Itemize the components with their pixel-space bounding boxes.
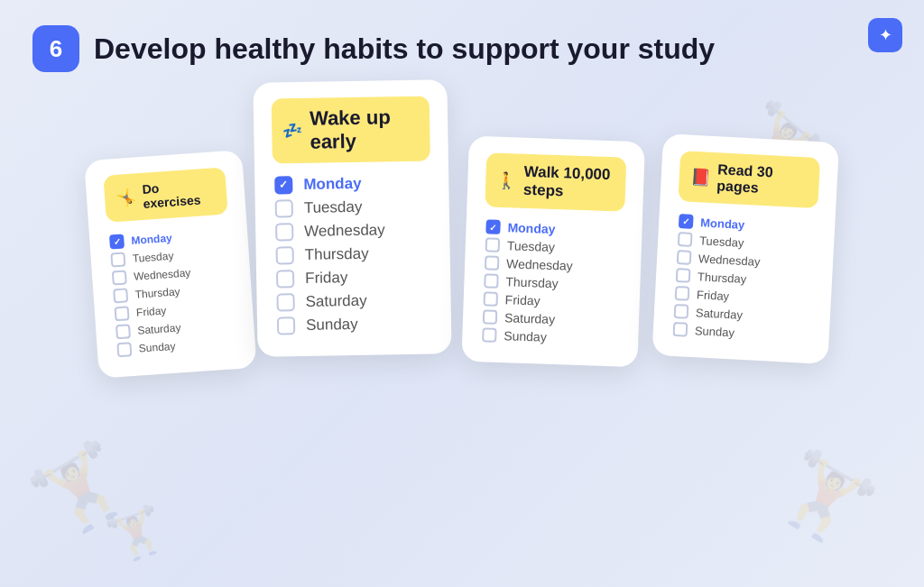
checkbox-monday[interactable] — [109, 234, 125, 249]
checkbox-tuesday[interactable] — [485, 237, 501, 252]
page-header: 6 Develop healthy habits to support your… — [0, 0, 924, 72]
day-label-friday: Friday — [697, 288, 730, 303]
list-item[interactable]: Monday — [274, 173, 430, 194]
list-item[interactable]: Tuesday — [275, 197, 431, 217]
day-label-thursday: Thursday — [134, 285, 180, 300]
day-label-saturday: Saturday — [305, 292, 366, 311]
day-label-monday: Monday — [131, 232, 172, 247]
day-label-wednesday: Wednesday — [506, 256, 573, 273]
habit-card-walk-steps: 🚶Walk 10,000 stepsMondayTuesdayWednesday… — [461, 136, 645, 368]
day-label-monday: Monday — [303, 175, 362, 194]
card-emoji-walk-steps: 🚶 — [496, 170, 517, 191]
step-number: 6 — [50, 35, 62, 63]
checkbox-friday[interactable] — [276, 270, 294, 288]
checkbox-monday[interactable] — [274, 176, 292, 194]
checkbox-wednesday[interactable] — [275, 223, 293, 241]
checkbox-thursday[interactable] — [676, 268, 691, 283]
day-label-sunday: Sunday — [695, 324, 735, 339]
day-label-friday: Friday — [305, 269, 348, 288]
list-item[interactable]: Saturday — [483, 309, 621, 328]
day-label-monday: Monday — [700, 216, 745, 232]
checkbox-friday[interactable] — [675, 286, 690, 301]
day-label-thursday: Thursday — [505, 274, 559, 290]
checkbox-saturday[interactable] — [116, 324, 131, 339]
top-right-icon: ✦ — [868, 18, 902, 52]
list-item[interactable]: Tuesday — [485, 237, 624, 256]
day-list-wake-up-early: MondayTuesdayWednesdayThursdayFridaySatu… — [273, 173, 433, 336]
day-label-wednesday: Wednesday — [304, 221, 385, 241]
card-emoji-do-exercises: 🤸 — [115, 188, 135, 208]
list-item[interactable]: Sunday — [673, 322, 812, 344]
day-label-tuesday: Tuesday — [507, 238, 556, 254]
habit-card-wake-up-early: 💤Wake up earlyMondayTuesdayWednesdayThur… — [253, 79, 451, 357]
checkbox-sunday[interactable] — [482, 327, 497, 343]
checkbox-tuesday[interactable] — [275, 199, 293, 217]
day-label-saturday: Saturday — [696, 306, 744, 322]
checkbox-thursday[interactable] — [484, 273, 499, 289]
checkbox-sunday[interactable] — [116, 342, 132, 357]
day-label-wednesday: Wednesday — [134, 266, 191, 282]
day-list-do-exercises: MondayTuesdayWednesdayThursdayFridaySatu… — [107, 226, 237, 357]
list-item[interactable]: Sunday — [277, 314, 433, 335]
step-badge: 6 — [32, 25, 79, 72]
list-item[interactable]: Monday — [485, 219, 624, 238]
list-item[interactable]: Friday — [276, 267, 432, 288]
page-title: Develop healthy habits to support your s… — [94, 32, 715, 66]
list-item[interactable]: Wednesday — [275, 220, 431, 241]
checkbox-tuesday[interactable] — [110, 252, 125, 267]
checkbox-wednesday[interactable] — [485, 255, 500, 271]
day-label-wednesday: Wednesday — [698, 252, 761, 269]
list-item[interactable]: Sunday — [482, 327, 620, 346]
bg-deco-dumbbell-1: 🏋️ — [21, 431, 142, 549]
day-label-sunday: Sunday — [306, 316, 358, 335]
habit-card-read-pages: 📕Read 30 pagesMondayTuesdayWednesdayThur… — [651, 133, 839, 364]
bg-deco-dumbbell-4: 🏋️ — [764, 440, 885, 558]
checkbox-saturday[interactable] — [276, 293, 294, 311]
checkbox-thursday[interactable] — [113, 288, 128, 303]
checkbox-monday[interactable] — [485, 219, 501, 234]
day-label-monday: Monday — [507, 220, 555, 236]
card-title-walk-steps: Walk 10,000 steps — [523, 163, 615, 203]
card-title-do-exercises: Do exercises — [142, 177, 217, 211]
checkbox-tuesday[interactable] — [678, 232, 693, 247]
day-label-thursday: Thursday — [698, 270, 747, 286]
list-item[interactable]: Friday — [483, 291, 621, 310]
day-label-saturday: Saturday — [137, 321, 181, 336]
list-item[interactable]: Thursday — [276, 243, 432, 264]
checkbox-sunday[interactable] — [673, 322, 688, 337]
list-item[interactable]: Saturday — [276, 290, 432, 311]
day-label-friday: Friday — [504, 292, 540, 307]
day-label-saturday: Saturday — [504, 310, 556, 326]
list-item[interactable]: Thursday — [484, 273, 622, 292]
card-header-wake-up-early: 💤Wake up early — [272, 96, 430, 163]
day-label-tuesday: Tuesday — [699, 234, 744, 250]
card-emoji-read-pages: 📕 — [689, 167, 710, 188]
day-label-tuesday: Tuesday — [132, 250, 173, 265]
card-header-walk-steps: 🚶Walk 10,000 steps — [485, 152, 626, 211]
card-header-do-exercises: 🤸Do exercises — [103, 167, 227, 222]
day-list-read-pages: MondayTuesdayWednesdayThursdayFridaySatu… — [671, 214, 818, 344]
checkbox-monday[interactable] — [679, 214, 694, 229]
checkbox-sunday[interactable] — [277, 316, 295, 335]
checkbox-friday[interactable] — [115, 306, 130, 321]
checkbox-saturday[interactable] — [674, 304, 689, 319]
day-label-sunday: Sunday — [504, 328, 547, 344]
card-title-read-pages: Read 30 pages — [716, 161, 809, 198]
day-label-sunday: Sunday — [138, 340, 176, 355]
day-label-friday: Friday — [136, 304, 167, 318]
list-item[interactable]: Wednesday — [485, 255, 623, 274]
card-title-wake-up-early: Wake up early — [310, 105, 420, 154]
card-emoji-wake-up-early: 💤 — [282, 121, 302, 141]
checkbox-wednesday[interactable] — [112, 270, 127, 285]
checkbox-saturday[interactable] — [483, 309, 498, 325]
day-list-walk-steps: MondayTuesdayWednesdayThursdayFridaySatu… — [480, 219, 624, 346]
checkbox-thursday[interactable] — [276, 246, 294, 264]
checkbox-wednesday[interactable] — [677, 250, 692, 265]
card-header-read-pages: 📕Read 30 pages — [678, 151, 820, 208]
habit-card-do-exercises: 🤸Do exercisesMondayTuesdayWednesdayThurs… — [84, 150, 256, 379]
checkbox-friday[interactable] — [483, 291, 498, 307]
day-label-thursday: Thursday — [305, 245, 369, 264]
cards-container: 🤸Do exercisesMondayTuesdayWednesdayThurs… — [0, 72, 924, 355]
day-label-tuesday: Tuesday — [304, 198, 363, 217]
bg-deco-dumbbell-2: 🏋️ — [101, 500, 171, 568]
